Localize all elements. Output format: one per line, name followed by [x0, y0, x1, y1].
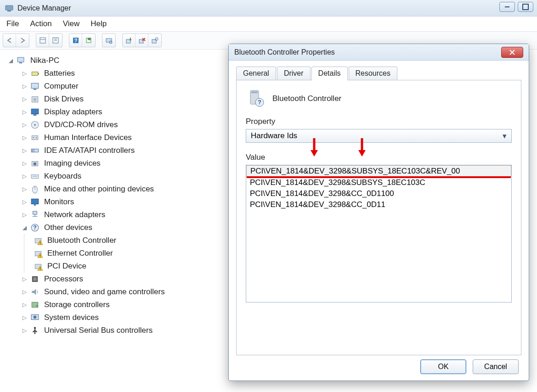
expand-icon[interactable]: ▷: [21, 157, 28, 170]
tree-item-label: Monitors: [44, 196, 74, 208]
keyboard-icon: [30, 172, 40, 181]
expand-icon[interactable]: ▷: [21, 273, 28, 286]
expand-icon[interactable]: ▷: [21, 311, 28, 324]
list-item[interactable]: PCI\VEN_1814&DEV_3298&CC_0D11: [246, 199, 511, 210]
tab-driver[interactable]: Driver: [277, 67, 311, 80]
svg-text:?: ?: [258, 99, 261, 106]
expand-icon[interactable]: ▷: [21, 324, 28, 337]
network-icon: [30, 210, 40, 219]
collapse-icon[interactable]: ◢: [7, 54, 14, 67]
warn-icon: !: [34, 236, 43, 245]
expand-icon[interactable]: ▷: [21, 131, 28, 144]
tree-item-label: Disk Drives: [44, 93, 84, 106]
tree-item-label: Storage controllers: [44, 298, 110, 311]
expand-icon[interactable]: ▷: [21, 93, 28, 106]
svg-rect-22: [31, 83, 39, 88]
tree-view-button[interactable]: [36, 34, 49, 47]
expand-icon[interactable]: ▷: [21, 170, 28, 183]
expand-icon[interactable]: ◢: [21, 221, 28, 234]
svg-rect-27: [34, 115, 37, 116]
storage-icon: [30, 300, 40, 309]
expand-icon[interactable]: ▷: [21, 208, 28, 221]
battery-icon: [30, 69, 40, 78]
svg-marker-78: [358, 150, 366, 157]
menu-action[interactable]: Action: [30, 19, 51, 28]
menu-file[interactable]: File: [6, 19, 19, 28]
tab-details[interactable]: Details: [311, 67, 348, 80]
svg-rect-61: [32, 302, 38, 307]
expand-icon[interactable]: ▷: [21, 67, 28, 80]
ok-button[interactable]: OK: [420, 359, 466, 374]
uninstall-button[interactable]: [136, 34, 148, 47]
expand-icon[interactable]: ▷: [21, 106, 28, 118]
tree-item-label: Human Interface Devices: [44, 131, 132, 144]
tree-item-label: Keyboards: [44, 170, 81, 183]
tree-item-label: Sound, video and game controllers: [44, 286, 165, 298]
menu-help[interactable]: Help: [90, 19, 107, 28]
property-label: Property: [246, 117, 512, 126]
menu-view[interactable]: View: [63, 19, 80, 28]
tree-item-label: Bluetooth Controller: [47, 234, 116, 247]
svg-rect-59: [34, 278, 37, 281]
svg-point-17: [155, 38, 158, 40]
expand-icon[interactable]: ▷: [21, 144, 28, 157]
tree-item-label: Display adapters: [44, 106, 102, 118]
annotation-arrow-1: [310, 138, 318, 157]
expand-icon[interactable]: ▷: [21, 286, 28, 298]
svg-point-25: [34, 98, 37, 101]
tree-item-label: System devices: [44, 311, 99, 324]
tree-item-label: Mice and other pointing devices: [44, 183, 154, 196]
tree-item-label: Universal Serial Bus controllers: [44, 324, 153, 337]
svg-rect-44: [33, 211, 37, 214]
app-icon: [5, 4, 14, 13]
expand-icon[interactable]: ▷: [21, 80, 28, 93]
warn-icon: !: [34, 249, 43, 258]
display-icon: [30, 107, 40, 117]
list-item[interactable]: PCI\VEN_1814&DEV_3298&SUBSYS_18EC103C&RE…: [246, 165, 511, 177]
svg-text:!: !: [40, 254, 41, 258]
help-button[interactable]: ?: [69, 34, 82, 47]
tab-general[interactable]: General: [236, 67, 276, 80]
action-button[interactable]: [82, 34, 95, 47]
disable-button[interactable]: [148, 34, 161, 47]
svg-rect-2: [40, 38, 45, 43]
svg-rect-0: [6, 6, 13, 10]
tree-item-label: Network adapters: [44, 208, 105, 221]
value-listbox[interactable]: PCI\VEN_1814&DEV_3298&SUBSYS_18EC103C&RE…: [246, 165, 512, 302]
forward-button[interactable]: [16, 34, 29, 47]
ide-icon: [30, 146, 40, 155]
details-panel: ? Bluetooth Controller Property Hardware…: [236, 80, 521, 355]
svg-point-65: [34, 327, 36, 329]
close-button[interactable]: [501, 47, 523, 58]
expand-icon[interactable]: ▷: [21, 196, 28, 208]
tab-resources[interactable]: Resources: [349, 67, 397, 80]
annotation-arrow-2: [358, 138, 366, 157]
svg-rect-43: [34, 205, 36, 206]
minimize-button[interactable]: [499, 2, 515, 12]
expand-icon[interactable]: ▷: [21, 118, 28, 131]
hid-icon: [30, 133, 40, 142]
list-item[interactable]: PCI\VEN_1814&DEV_3298&CC_0D1100: [246, 188, 511, 199]
properties-button[interactable]: [49, 34, 62, 47]
cancel-button[interactable]: Cancel: [473, 359, 519, 374]
dvd-icon: [30, 120, 40, 129]
expand-icon[interactable]: ▷: [21, 298, 28, 311]
svg-point-64: [34, 316, 37, 319]
tree-item-label: Other devices: [44, 221, 92, 234]
computer-icon: [30, 82, 40, 91]
scan-button[interactable]: [102, 34, 115, 47]
tree-item-label: Processors: [44, 273, 83, 286]
expand-icon[interactable]: ▷: [21, 183, 28, 196]
svg-point-32: [36, 137, 37, 138]
svg-point-29: [34, 124, 36, 126]
svg-point-37: [34, 162, 37, 166]
list-item[interactable]: PCI\VEN_1814&DEV_3298&SUBSYS_18EC103C: [246, 177, 511, 188]
update-driver-button[interactable]: [123, 34, 136, 47]
property-dropdown[interactable]: Hardware Ids ▾: [246, 129, 512, 143]
tree-item-label: IDE ATA/ATAPI controllers: [44, 144, 135, 157]
back-button[interactable]: [3, 34, 16, 47]
svg-point-31: [33, 137, 34, 138]
svg-rect-72: [251, 91, 258, 93]
svg-rect-42: [31, 199, 39, 204]
maximize-button[interactable]: [518, 2, 533, 12]
